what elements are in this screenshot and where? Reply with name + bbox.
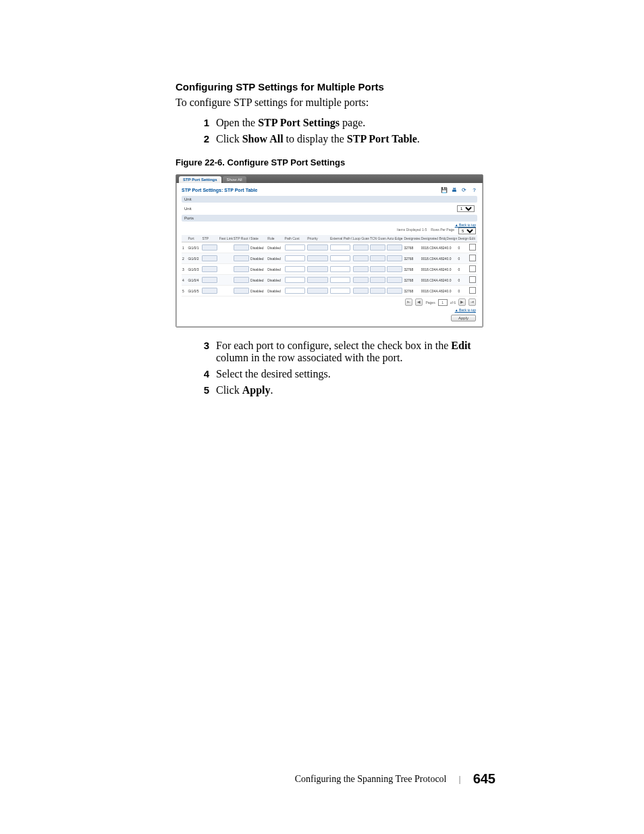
col-extpathcost: External Path Cost: [329, 235, 352, 242]
figure-caption: Figure 22-6. Configure STP Port Settings: [176, 157, 495, 167]
tab-show-all[interactable]: Show All: [223, 176, 246, 183]
cell-loopguard[interactable]: [352, 264, 369, 275]
cell-dbp: 32768: [403, 264, 420, 275]
cell-idx: 2: [182, 253, 187, 264]
cell-stp[interactable]: [201, 275, 218, 286]
cell-stp[interactable]: [201, 253, 218, 264]
cell-edit[interactable]: [468, 253, 477, 264]
cell-pathcost[interactable]: [284, 286, 307, 296]
unit-select[interactable]: 1: [457, 205, 475, 212]
pager-last-button[interactable]: ⇥: [468, 298, 476, 306]
refresh-icon[interactable]: ⟳: [461, 187, 467, 193]
cell-priority[interactable]: [306, 286, 329, 296]
cell-dbp: 32768: [403, 275, 420, 286]
rows-per-page-select[interactable]: 5: [458, 228, 476, 234]
cell-extpathcost[interactable]: [329, 275, 352, 286]
cell-extpathcost[interactable]: [329, 253, 352, 264]
cell-autoedge[interactable]: [386, 242, 403, 253]
table-row: 2Gi1/0/2DisabledDisabled327680018.C04A.4…: [182, 253, 477, 264]
table-row: 3Gi1/0/3DisabledDisabled327680018.C04A.4…: [182, 264, 477, 275]
cell-dpid: 0.0: [446, 242, 458, 253]
cell-fastlink: [219, 286, 233, 296]
cell-tcnguard[interactable]: [369, 253, 386, 264]
col-state: State: [250, 235, 267, 242]
section-ports: Ports: [182, 215, 477, 221]
cell-stp[interactable]: [201, 286, 218, 296]
cell-rootguard[interactable]: [233, 264, 250, 275]
print-icon[interactable]: 🖶: [451, 187, 457, 193]
edit-checkbox[interactable]: [469, 287, 476, 294]
apply-button[interactable]: Apply: [451, 315, 476, 321]
cell-tcnguard[interactable]: [369, 286, 386, 296]
cell-stp[interactable]: [201, 264, 218, 275]
pager-prev-button[interactable]: ◀: [415, 298, 423, 306]
cell-loopguard[interactable]: [352, 253, 369, 264]
cell-extpathcost[interactable]: [329, 242, 352, 253]
cell-edit[interactable]: [468, 286, 477, 296]
cell-port: Gi1/0/2: [187, 253, 201, 264]
panel-title: STP Port Settings: STP Port Table: [182, 188, 257, 192]
cell-tcnguard[interactable]: [369, 275, 386, 286]
pager-pages-label: Pages: [425, 301, 435, 305]
col-edit: Edit: [468, 235, 477, 242]
cell-pathcost[interactable]: [284, 242, 307, 253]
cell-dcost: 0: [457, 275, 468, 286]
cell-priority[interactable]: [306, 275, 329, 286]
pager-page-input[interactable]: 1: [438, 299, 448, 306]
cell-autoedge[interactable]: [386, 275, 403, 286]
cell-role: Disabled: [267, 242, 284, 253]
step-text: For each port to configure, select the c…: [216, 340, 495, 364]
col-stp: STP: [201, 235, 218, 242]
cell-loopguard[interactable]: [352, 275, 369, 286]
col-loopguard: Loop Guard: [352, 235, 369, 242]
cell-loopguard[interactable]: [352, 286, 369, 296]
cell-priority[interactable]: [306, 242, 329, 253]
cell-tcnguard[interactable]: [369, 264, 386, 275]
steps-list-a: 1 Open the STP Port Settings page. 2 Cli…: [192, 117, 495, 145]
cell-pathcost[interactable]: [284, 275, 307, 286]
cell-loopguard[interactable]: [352, 242, 369, 253]
tab-stp-port-settings[interactable]: STP Port Settings: [179, 176, 221, 183]
pager-next-button[interactable]: ▶: [458, 298, 466, 306]
help-icon[interactable]: ?: [471, 187, 477, 193]
cell-rootguard[interactable]: [233, 286, 250, 296]
cell-extpathcost[interactable]: [329, 264, 352, 275]
col-tcnguard: TCN Guard: [369, 235, 386, 242]
table-row: 1Gi1/0/1DisabledDisabled327680018.C04A.4…: [182, 242, 477, 253]
cell-tcnguard[interactable]: [369, 242, 386, 253]
cell-rootguard[interactable]: [233, 275, 250, 286]
cell-dcost: 0: [457, 264, 468, 275]
table-header-row: Port STP Fast Link STP Root Guard State …: [182, 235, 477, 242]
cell-dpid: 0.0: [446, 264, 458, 275]
cell-dpid: 0.0: [446, 253, 458, 264]
edit-checkbox[interactable]: [469, 244, 476, 251]
edit-checkbox[interactable]: [469, 265, 476, 272]
pager-first-button[interactable]: ⇤: [405, 298, 412, 306]
edit-checkbox[interactable]: [469, 255, 476, 261]
cell-dba: 0018.C04A.4824: [421, 286, 446, 296]
step-number: 4: [192, 368, 209, 380]
cell-priority[interactable]: [306, 253, 329, 264]
cell-autoedge[interactable]: [386, 253, 403, 264]
cell-autoedge[interactable]: [386, 264, 403, 275]
cell-rootguard[interactable]: [233, 242, 250, 253]
cell-edit[interactable]: [468, 242, 477, 253]
cell-rootguard[interactable]: [233, 253, 250, 264]
cell-pathcost[interactable]: [284, 253, 307, 264]
col-dpid: Designated Port ID: [446, 235, 458, 242]
cell-edit[interactable]: [468, 275, 477, 286]
cell-dcost: 0: [457, 286, 468, 296]
cell-state: Disabled: [250, 242, 267, 253]
edit-checkbox[interactable]: [469, 276, 476, 283]
cell-priority[interactable]: [306, 264, 329, 275]
cell-port: Gi1/0/5: [187, 286, 201, 296]
cell-pathcost[interactable]: [284, 264, 307, 275]
cell-idx: 1: [182, 242, 187, 253]
cell-extpathcost[interactable]: [329, 286, 352, 296]
cell-edit[interactable]: [468, 264, 477, 275]
cell-stp[interactable]: [201, 242, 218, 253]
save-icon[interactable]: 💾: [441, 187, 447, 193]
step-number: 1: [192, 117, 209, 128]
pager: ⇤ ◀ Pages 1 of 6 ▶ ⇥: [182, 296, 477, 308]
cell-autoedge[interactable]: [386, 286, 403, 296]
